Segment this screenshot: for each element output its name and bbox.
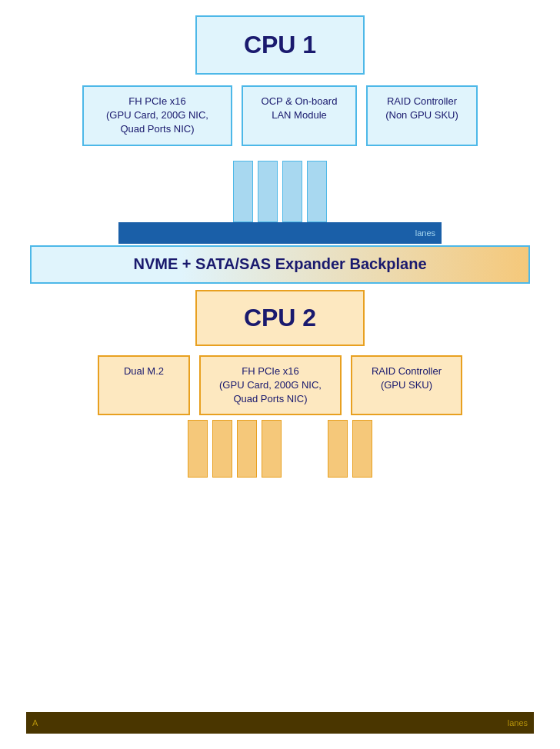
diagram-container: CPU 1 FH PCIe x16(GPU Card, 200G NIC,Qua…: [0, 0, 560, 749]
cpu1-label: CPU 1: [244, 31, 316, 58]
bottom-bus-label-right: lanes: [508, 718, 528, 727]
cpu1-box: CPU 1: [195, 15, 365, 75]
bottom-slots-left-group: [188, 420, 282, 478]
card-dual-m2: Dual M.2: [98, 355, 190, 416]
cpu2-box: CPU 2: [195, 290, 365, 346]
bottom-slot-4: [262, 420, 282, 478]
bottom-slot-3: [237, 420, 257, 478]
pcie-slot-3: [282, 161, 302, 222]
bottom-slots-container: [23, 420, 537, 478]
card-raid-gpu: RAID Controller(GPU SKU): [351, 355, 462, 416]
bottom-cards-row: Dual M.2 FH PCIe x16(GPU Card, 200G NIC,…: [23, 355, 537, 416]
pcie-slot-2: [258, 161, 278, 222]
card-fh-pcie-bottom: FH PCIe x16(GPU Card, 200G NIC,Quad Port…: [199, 355, 342, 416]
top-cards-row: FH PCIe x16(GPU Card, 200G NIC,Quad Port…: [23, 85, 537, 146]
card-ocp-lan: OCP & On-boardLAN Module: [242, 85, 357, 146]
bottom-slot-5: [328, 420, 348, 478]
cpu2-label: CPU 2: [244, 304, 316, 331]
card-fh-pcie-top: FH PCIe x16(GPU Card, 200G NIC,Quad Port…: [82, 85, 232, 146]
pcie-slot-1: [233, 161, 253, 222]
bottom-slots-right-group: [328, 420, 372, 478]
bottom-bus-label-left: A: [32, 718, 38, 727]
bottom-slot-2: [212, 420, 232, 478]
card-raid-non-gpu: RAID Controller(Non GPU SKU): [366, 85, 478, 146]
backplane-label: NVME + SATA/SAS Expander Backplane: [133, 255, 426, 273]
bottom-slot-1: [188, 420, 208, 478]
backplane-box: NVME + SATA/SAS Expander Backplane: [30, 245, 530, 284]
bottom-slot-6: [352, 420, 372, 478]
bottom-bus-bar: A lanes: [26, 712, 534, 734]
blue-bus-label: lanes: [415, 228, 435, 238]
pcie-slot-4: [307, 161, 327, 222]
blue-bus-bar: lanes: [118, 222, 442, 244]
pcie-slots-top: [233, 149, 327, 222]
